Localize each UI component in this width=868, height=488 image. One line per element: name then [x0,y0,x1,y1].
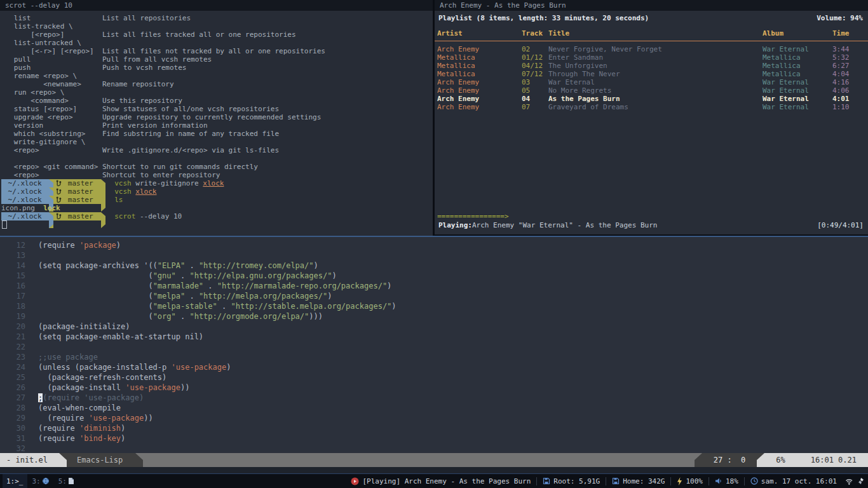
prompt-gap [105,179,114,187]
editor-buffer[interactable]: 12(require 'package)1314(setq package-ar… [0,237,868,453]
player-titlebar[interactable]: Arch Enemy - As the Pages Burn [435,0,868,11]
playlist-header: Playlist (8 items, length: 33 minutes, 2… [435,11,868,24]
code-line[interactable]: 28(eval-when-compile [0,403,868,413]
prompt-gap [105,187,114,196]
code-line[interactable]: 12(require 'package) [0,240,868,250]
code-line[interactable]: 31(require 'bind-key) [0,433,868,444]
code-line[interactable]: 15 ("gnu" . "http://elpa.gnu.org/package… [0,271,868,281]
terminal-title: scrot --delay 10 [5,1,72,10]
playback-progress-bar[interactable]: ================> [435,212,868,220]
cell-time: 4:06 [832,86,864,95]
home-disk-block[interactable]: Home: 342G [606,474,670,488]
terminal-line: write-gitignore \ [1,138,433,146]
code-line[interactable]: 32 [0,444,868,453]
playlist-row[interactable]: Arch Enemy05No More RegretsWar Eternal4:… [435,86,868,95]
code-line[interactable]: 25 (package-refresh-contents) [0,372,868,383]
terminal-line: <newname> Rename repository [1,80,433,88]
code-line[interactable]: 18 ("melpa-stable" . "http://stable.melp… [0,301,868,311]
prompt-git-branch: master [53,212,101,220]
workspace-button-1[interactable]: 1:>_ [3,474,27,488]
playlist-row[interactable]: Arch Enemy07Graveyard of DreamsWar Etern… [435,103,868,111]
code-line[interactable]: 27;(require 'use-package) [0,393,868,403]
terminal-cursor [2,220,7,229]
playlist-row[interactable]: Metallica04/12The UnforgivenMetallica6:2… [435,62,868,70]
playlist-row[interactable]: Arch Enemy03War EternalWar Eternal4:16 [435,78,868,86]
battery-block[interactable]: 100% [671,474,709,488]
playlist-row[interactable]: Metallica07/12Through The NeverMetallica… [435,70,868,78]
cell-artist: Arch Enemy [437,95,522,103]
code-line[interactable]: 20(package-initialize) [0,322,868,332]
wifi-icon[interactable] [845,478,853,485]
sync-arrows-icon[interactable] [857,477,865,485]
cell-time: 1:10 [832,103,864,111]
workspace-button-3[interactable]: 3: [29,474,53,488]
cell-album: Metallica [763,53,832,62]
terminal-line: version Print version information [1,121,433,130]
prompt-path: ~/.xlock [1,196,49,204]
line-number: 31 [0,433,25,444]
column-track: Track [522,29,548,37]
code-token: ( [38,292,153,301]
command-text: vcsh [114,179,132,187]
prompt-gap [105,212,114,220]
code-token: ( [38,281,153,290]
terminal-content[interactable]: list List all repositories list-tracked … [0,11,433,238]
code-line[interactable]: 22 [0,342,868,352]
line-number: 26 [0,383,25,393]
cell-title: The Unforgiven [548,62,763,70]
code-line[interactable]: 16 ("marmalade" . "http://marmalade-repo… [0,281,868,291]
line-number: 30 [0,423,25,433]
cell-time: 5:32 [832,53,864,62]
playlist-row[interactable]: Arch Enemy02Never Forgive, Never ForgetW… [435,45,868,53]
playlist-row[interactable]: Metallica01/12Enter SandmanMetallica5:32 [435,53,868,62]
comment-token: ;;use package [38,353,98,362]
playlist-empty-space [435,111,868,212]
modeline-time-load: 16:01 0.21 [811,453,857,467]
code-token: (package-install [38,383,125,392]
cell-time: 4:04 [832,70,864,78]
modeline-filler [143,453,694,467]
git-branch-icon [56,196,62,203]
workspace-label: 1:>_ [6,477,24,485]
now-playing-block[interactable]: [Playing] Arch Enemy - As the Pages Burn [345,474,536,488]
column-title: Title [548,29,763,37]
modeline-buffer-name: - init.el [0,453,59,467]
code-line[interactable]: 26 (package-install 'use-package)) [0,383,868,393]
volume-block[interactable]: 18% [709,474,744,488]
cell-artist: Metallica [437,62,522,70]
line-number: 22 [0,342,25,352]
command-text: xlock [135,187,156,196]
code-token: ) [332,271,336,280]
powerline-arrow-icon [101,212,105,228]
command-text [132,187,136,196]
string-token: "http://stable.melpa.org/packages/" [231,302,391,311]
code-line[interactable]: 13 [0,250,868,261]
code-line[interactable]: 23;;use package [0,352,868,362]
workspace-button-5[interactable]: 5: [55,474,78,488]
terminal-line: [<-r>] [<repo>] List all files not track… [1,47,433,55]
code-line[interactable]: 21(setq package-enable-at-startup nil) [0,332,868,342]
cell-artist: Metallica [437,53,522,62]
cell-track: 04 [522,95,548,103]
cell-album: War Eternal [763,78,832,86]
lightning-bolt-icon [677,477,682,485]
terminal-titlebar[interactable]: scrot --delay 10 [0,0,433,11]
code-line[interactable]: 19 ("org" . "http://orgmode.org/elpa/"))… [0,311,868,322]
string-token: "melpa" [153,292,186,301]
root-disk-block[interactable]: Root: 5,91G [537,474,606,488]
date-label: sam. 17 oct. 16:01 [761,477,837,485]
code-token: (require [38,434,79,443]
playlist-row-playing[interactable]: Arch Enemy04As the Pages BurnWar Eternal… [435,95,868,103]
clock-block[interactable]: sam. 17 oct. 16:01 [745,474,843,488]
terminal-line: status [<repo>] Show statuses of all/one… [1,105,433,113]
code-line[interactable]: 14(setq package-archives '(("ELPA" . "ht… [0,261,868,271]
code-line[interactable]: 24(unless (package-installed-p 'use-pack… [0,362,868,372]
terminal-line: <repo> <git command> Shortcut to run git… [1,163,433,171]
code-token: (require [38,241,79,250]
command-text: ls [114,196,123,204]
code-line[interactable]: 17 ("melpa" . "http://melpa.org/packages… [0,291,868,301]
code-token: ( [38,302,153,311]
code-line[interactable]: 29 (require 'use-package)) [0,413,868,423]
volume-label: 18% [726,477,738,485]
code-line[interactable]: 30(require 'diminish) [0,423,868,433]
